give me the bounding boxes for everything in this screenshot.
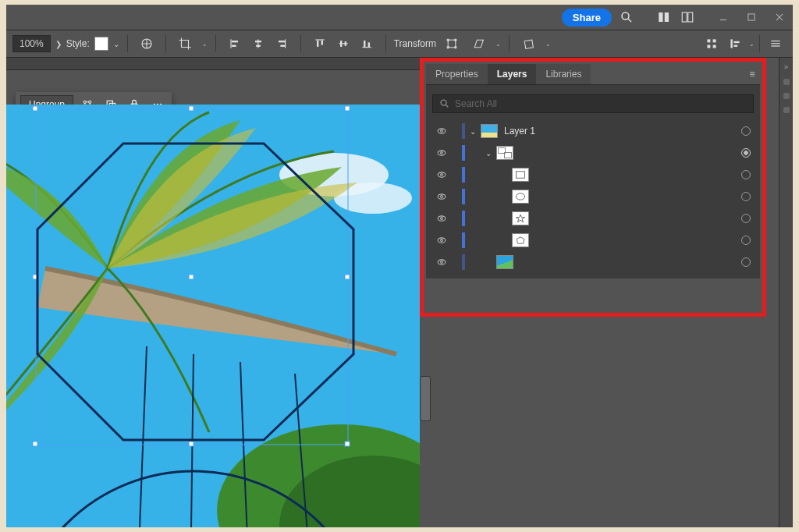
target-indicator-icon[interactable]	[741, 257, 751, 267]
align-right-icon[interactable]	[271, 33, 293, 55]
search-icon[interactable]	[618, 9, 635, 26]
layer-row[interactable]	[432, 252, 754, 272]
svg-point-80	[438, 194, 446, 199]
visibility-toggle-icon[interactable]	[435, 212, 448, 225]
style-swatch[interactable]	[94, 37, 108, 51]
align-left-icon[interactable]	[224, 33, 246, 55]
share-button[interactable]: Share	[562, 9, 612, 27]
layer-row[interactable]	[432, 230, 754, 250]
svg-point-77	[438, 172, 446, 177]
collapsed-panel-rail[interactable]: »	[779, 58, 793, 527]
align-hcenter-icon[interactable]	[247, 33, 269, 55]
svg-rect-39	[733, 41, 739, 43]
svg-line-72	[446, 105, 448, 107]
canvas[interactable]	[6, 105, 420, 527]
canvas-area[interactable]: Ungroup	[6, 58, 420, 527]
visibility-toggle-icon[interactable]	[435, 256, 448, 268]
tab-properties[interactable]: Properties	[426, 64, 488, 84]
svg-rect-19	[280, 45, 285, 47]
svg-rect-37	[713, 45, 716, 48]
svg-rect-28	[368, 42, 369, 47]
svg-point-87	[441, 239, 443, 242]
align-vcenter-icon[interactable]	[332, 33, 354, 55]
layer-thumbnail[interactable]	[512, 233, 529, 247]
svg-point-84	[441, 218, 443, 220]
svg-rect-11	[230, 39, 231, 48]
svg-point-78	[441, 174, 443, 176]
layers-list: ⌄Layer 1⌄	[432, 121, 754, 272]
target-indicator-icon[interactable]	[741, 236, 751, 245]
chevron-down-icon[interactable]: ⌄	[545, 41, 551, 48]
shear-icon[interactable]	[467, 33, 489, 55]
maximize-button[interactable]	[743, 9, 760, 26]
tab-layers[interactable]: Layers	[488, 64, 537, 84]
layer-thumbnail[interactable]	[512, 211, 529, 225]
svg-rect-27	[364, 41, 365, 47]
chevron-down-icon[interactable]: ⌄	[113, 40, 119, 48]
align-bottom-icon[interactable]	[356, 33, 378, 55]
align-top-icon[interactable]	[309, 33, 331, 55]
svg-rect-43	[771, 45, 779, 46]
layer-row[interactable]	[432, 208, 754, 229]
recolor-artwork-icon[interactable]	[136, 33, 158, 55]
more-options-icon[interactable]	[765, 33, 787, 55]
target-indicator-icon[interactable]	[741, 126, 751, 136]
chevron-right-icon[interactable]: ❯	[55, 40, 62, 48]
layer-thumbnail[interactable]	[512, 190, 529, 204]
window-controls	[715, 9, 788, 26]
layer-thumbnail[interactable]	[512, 168, 529, 182]
target-indicator-icon[interactable]	[741, 214, 751, 223]
target-indicator-icon[interactable]	[741, 192, 751, 201]
svg-marker-88	[517, 237, 524, 243]
svg-point-71	[441, 100, 446, 105]
right-panel-stack: Properties Layers Libraries ≡ ⌄Layer 1⌄	[420, 58, 793, 527]
svg-point-82	[516, 193, 524, 200]
disclosure-toggle-icon[interactable]: ⌄	[484, 149, 493, 158]
crop-icon[interactable]	[174, 33, 196, 55]
chevron-down-icon[interactable]: ⌄	[202, 41, 208, 48]
zoom-dropdown[interactable]: 100%	[12, 35, 51, 52]
layers-panel-body: ⌄Layer 1⌄	[426, 84, 760, 278]
free-transform-icon[interactable]	[441, 33, 463, 55]
layer-row[interactable]: ⌄Layer 1	[432, 121, 754, 141]
layer-row[interactable]	[432, 165, 754, 185]
chevron-down-icon[interactable]: ⌄	[749, 41, 755, 48]
visibility-toggle-icon[interactable]	[435, 147, 448, 159]
distort-icon[interactable]	[517, 33, 539, 55]
layer-row[interactable]: ⌄	[432, 143, 754, 163]
layer-row[interactable]	[432, 186, 754, 207]
workspace-switcher-icon[interactable]	[679, 9, 696, 26]
svg-point-90	[441, 261, 443, 264]
visibility-toggle-icon[interactable]	[435, 234, 448, 246]
style-label: Style:	[66, 38, 90, 49]
document-tabstrip[interactable]	[6, 58, 420, 70]
tab-libraries[interactable]: Libraries	[536, 64, 591, 84]
visibility-toggle-icon[interactable]	[435, 168, 448, 181]
minimize-button[interactable]	[715, 9, 732, 26]
workspace: Ungroup	[6, 58, 793, 527]
arrange-documents-icon[interactable]	[655, 9, 673, 26]
panel-splitter-handle[interactable]	[420, 376, 431, 421]
svg-rect-41	[771, 41, 779, 41]
valign-group	[309, 33, 378, 55]
disclosure-toggle-icon[interactable]: ⌄	[468, 127, 478, 136]
layers-search-input[interactable]	[455, 98, 747, 109]
close-button[interactable]	[771, 9, 788, 26]
svg-rect-38	[730, 39, 732, 48]
grid-icon[interactable]	[701, 33, 723, 55]
options-bar: 100% ❯ Style: ⌄ ⌄ Transform ⌄	[6, 30, 793, 58]
svg-rect-3	[665, 12, 669, 22]
svg-rect-29	[448, 40, 456, 48]
layer-name-label[interactable]: Layer 1	[504, 126, 535, 137]
chevron-down-icon[interactable]: ⌄	[495, 41, 501, 48]
layer-thumbnail[interactable]	[496, 255, 513, 269]
visibility-toggle-icon[interactable]	[435, 190, 448, 203]
target-indicator-icon[interactable]	[741, 148, 751, 158]
panel-menu-icon[interactable]: ≡	[744, 69, 760, 80]
target-indicator-icon[interactable]	[741, 170, 751, 179]
visibility-toggle-icon[interactable]	[435, 125, 448, 137]
layer-thumbnail[interactable]	[496, 146, 513, 160]
layer-thumbnail[interactable]	[481, 124, 498, 138]
align-to-icon[interactable]	[724, 33, 746, 55]
layers-search[interactable]	[432, 94, 754, 113]
